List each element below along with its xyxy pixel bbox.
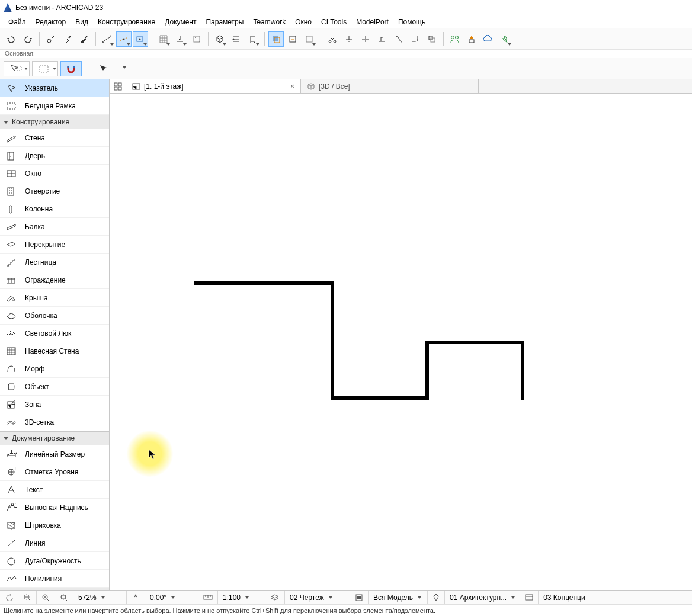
model-icon[interactable] bbox=[350, 591, 369, 604]
section-Конструирование[interactable]: Конструирование bbox=[0, 115, 109, 129]
svg-point-14 bbox=[451, 36, 454, 38]
tool-object[interactable]: Объект bbox=[0, 378, 109, 396]
tool-marquee[interactable]: Бегущая Рамка bbox=[0, 97, 109, 115]
scale-icon[interactable] bbox=[198, 591, 218, 604]
floor-button[interactable] bbox=[229, 31, 244, 47]
tool-wall[interactable]: Стена bbox=[0, 129, 109, 147]
viewport[interactable] bbox=[110, 94, 692, 590]
menu-modelport[interactable]: ModelPort bbox=[351, 17, 393, 27]
cloud-button[interactable] bbox=[480, 31, 496, 47]
menu-файл[interactable]: Файл bbox=[4, 17, 31, 27]
tool-dim[interactable]: 1.2Линейный Размер bbox=[0, 445, 109, 463]
pick-button[interactable] bbox=[43, 31, 59, 47]
pen-icon[interactable] bbox=[428, 591, 445, 604]
tool-slab[interactable]: Перекрытие bbox=[0, 236, 109, 254]
tool-polyline[interactable]: Полилиния bbox=[0, 570, 109, 588]
arrow-tool-icon[interactable] bbox=[94, 61, 113, 76]
tool-shell[interactable]: Оболочка bbox=[0, 307, 109, 325]
redo-button[interactable] bbox=[20, 31, 36, 47]
menu-документ[interactable]: Документ bbox=[160, 17, 201, 27]
tool-roof[interactable]: Крыша bbox=[0, 289, 109, 307]
tool-window[interactable]: Окно bbox=[0, 165, 109, 182]
fillet-button[interactable] bbox=[408, 31, 423, 47]
zoom-in-button[interactable] bbox=[37, 591, 55, 604]
zoom-fit-button[interactable] bbox=[55, 591, 73, 604]
view3d-button[interactable] bbox=[212, 31, 228, 47]
tool-column[interactable]: Колонна bbox=[0, 200, 109, 218]
trace-button[interactable] bbox=[268, 31, 284, 47]
trace-opt-button[interactable] bbox=[302, 31, 317, 47]
scale-value[interactable]: 1:100 bbox=[218, 591, 265, 604]
tool-fill[interactable]: Штриховка bbox=[0, 516, 109, 534]
trace-ref-button[interactable] bbox=[285, 31, 300, 47]
gravity-button[interactable] bbox=[172, 31, 188, 47]
menu-параметры[interactable]: Параметры bbox=[201, 17, 248, 27]
tool-label[interactable]: A1Выносная Надпись bbox=[0, 499, 109, 516]
resize-button[interactable] bbox=[424, 31, 440, 47]
zoom-value[interactable]: 572% bbox=[73, 591, 127, 604]
menu-teamwork[interactable]: Teamwork bbox=[248, 17, 290, 27]
measure-button[interactable] bbox=[100, 31, 115, 47]
guideline-button[interactable] bbox=[116, 31, 132, 47]
tool-opening[interactable]: Отверстие bbox=[0, 182, 109, 200]
zoom-out-button[interactable] bbox=[18, 591, 37, 604]
tool-level[interactable]: 1.2Отметка Уровня bbox=[0, 463, 109, 481]
view-icon[interactable] bbox=[520, 591, 539, 604]
menu-вид[interactable]: Вид bbox=[71, 17, 93, 27]
snap-button[interactable] bbox=[133, 31, 148, 47]
chevron-icon bbox=[4, 121, 8, 124]
tab-grid-icon[interactable] bbox=[110, 79, 126, 93]
tool-stair[interactable]: Лестница bbox=[0, 254, 109, 271]
eyedropper-button[interactable] bbox=[60, 31, 75, 47]
quick-select-button[interactable] bbox=[32, 61, 58, 76]
intersect-button[interactable] bbox=[391, 31, 406, 47]
revise-button[interactable] bbox=[464, 31, 479, 47]
tab-3d[interactable]: [3D / Все] bbox=[301, 79, 479, 93]
magnet-button[interactable] bbox=[60, 61, 82, 76]
tab-floorplan[interactable]: [1. 1-й этаж] × bbox=[126, 79, 301, 93]
tool-zone[interactable]: ZЗона bbox=[0, 396, 109, 413]
arrow-mode-button[interactable] bbox=[4, 61, 30, 76]
nav-back-button[interactable] bbox=[0, 591, 18, 604]
shell-icon bbox=[5, 310, 18, 321]
tool-mesh[interactable]: 3D-сетка bbox=[0, 413, 109, 431]
section-Документирование[interactable]: Документирование bbox=[0, 431, 109, 445]
orient-icon[interactable] bbox=[127, 591, 145, 604]
teamwork-button[interactable] bbox=[447, 31, 463, 47]
wall-icon bbox=[5, 133, 18, 143]
cut-button[interactable] bbox=[325, 31, 340, 47]
tool-line[interactable]: Линия bbox=[0, 534, 109, 552]
menu-ci tools[interactable]: CI Tools bbox=[316, 17, 351, 27]
layer-value[interactable]: 02 Чертеж bbox=[285, 591, 350, 604]
tool-beam[interactable]: Балка bbox=[0, 218, 109, 236]
trim-button[interactable] bbox=[341, 31, 357, 47]
pen-value[interactable]: 01 Архитектурн... bbox=[445, 591, 520, 604]
menu-конструирование[interactable]: Конструирование bbox=[93, 17, 160, 27]
tool-arc[interactable]: Дуга/Окружность bbox=[0, 552, 109, 570]
tool-text[interactable]: Текст bbox=[0, 481, 109, 499]
undo-button[interactable] bbox=[4, 31, 19, 47]
tool-skylight[interactable]: Световой Люк bbox=[0, 325, 109, 342]
inject-button[interactable] bbox=[76, 31, 92, 47]
layer-icon[interactable] bbox=[265, 591, 285, 604]
grid-button[interactable] bbox=[156, 31, 171, 47]
tool-label: Линия bbox=[25, 539, 45, 547]
tool-door[interactable]: Дверь bbox=[0, 147, 109, 165]
model-value[interactable]: Вся Модель bbox=[369, 591, 428, 604]
tool-morph[interactable]: Морф bbox=[0, 360, 109, 378]
angle-value[interactable]: 0,00° bbox=[145, 591, 198, 604]
tool-railing[interactable]: Ограждение bbox=[0, 271, 109, 289]
tool-curtainwall[interactable]: Навесная Стена bbox=[0, 342, 109, 360]
menu-помощь[interactable]: Помощь bbox=[393, 17, 430, 27]
menu-окно[interactable]: Окно bbox=[290, 17, 316, 27]
view-value[interactable]: 03 Концепци bbox=[539, 591, 692, 604]
split-button[interactable] bbox=[358, 31, 373, 47]
adjust-button[interactable] bbox=[374, 31, 390, 47]
menu-редактор[interactable]: Редактор bbox=[31, 17, 71, 27]
arrow-tool-dd[interactable] bbox=[115, 61, 134, 76]
close-icon[interactable]: × bbox=[278, 82, 294, 91]
tool-arrow[interactable]: Указатель bbox=[0, 79, 109, 97]
energy-button[interactable] bbox=[497, 31, 512, 47]
suspend-button[interactable] bbox=[189, 31, 204, 47]
section-button[interactable] bbox=[245, 31, 261, 47]
